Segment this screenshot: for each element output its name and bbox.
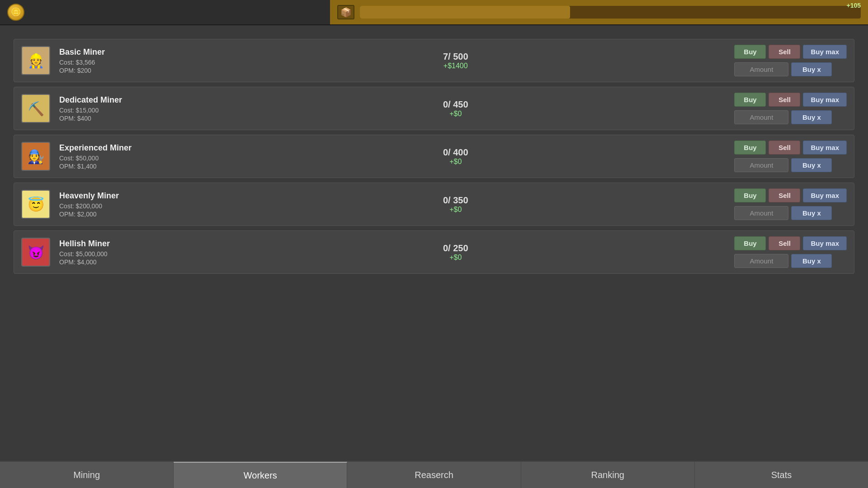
amount-button-hellish-miner[interactable]: Amount (734, 254, 788, 268)
worker-stats-hellish-miner: 0/ 250 +$0 (186, 243, 725, 262)
worker-info-experienced-miner: Experienced Miner Cost: $50,000 OPM: $1,… (59, 143, 186, 170)
top-bar: 🪙 📦 +105 (0, 0, 868, 25)
worker-action-row1-dedicated-miner: Buy Sell Buy max (734, 93, 847, 107)
worker-row-basic-miner: 👷 Basic Miner Cost: $3,566 OPM: $200 7/ … (14, 39, 854, 82)
main-content: 👷 Basic Miner Cost: $3,566 OPM: $200 7/ … (0, 25, 868, 461)
nav-tab-workers[interactable]: Workers (174, 462, 347, 488)
worker-opm-heavenly-miner: OPM: $2,000 (59, 211, 186, 218)
worker-count-hellish-miner: 0/ 250 (186, 243, 725, 253)
worker-income-hellish-miner: +$0 (186, 253, 725, 262)
buy-button-experienced-miner[interactable]: Buy (734, 141, 766, 155)
nav-tab-ranking[interactable]: Ranking (521, 462, 695, 488)
amount-button-heavenly-miner[interactable]: Amount (734, 206, 788, 220)
buy-max-button-hellish-miner[interactable]: Buy max (803, 236, 847, 250)
chest-progress-bar (360, 6, 570, 19)
chest-section: 📦 +105 (330, 0, 868, 24)
worker-cost-heavenly-miner: Cost: $200,000 (59, 202, 186, 210)
worker-action-row1-heavenly-miner: Buy Sell Buy max (734, 188, 847, 202)
buy-x-button-heavenly-miner[interactable]: Buy x (791, 206, 832, 220)
worker-info-dedicated-miner: Dedicated Miner Cost: $15,000 OPM: $400 (59, 95, 186, 122)
sell-button-experienced-miner[interactable]: Sell (769, 141, 800, 155)
buy-x-button-dedicated-miner[interactable]: Buy x (791, 110, 832, 124)
worker-opm-basic-miner: OPM: $200 (59, 67, 186, 74)
worker-income-heavenly-miner: +$0 (186, 206, 725, 214)
worker-action-row1-experienced-miner: Buy Sell Buy max (734, 141, 847, 155)
buy-max-button-heavenly-miner[interactable]: Buy max (803, 188, 847, 202)
worker-count-dedicated-miner: 0/ 450 (186, 99, 725, 110)
worker-row-heavenly-miner: 😇 Heavenly Miner Cost: $200,000 OPM: $2,… (14, 183, 854, 226)
worker-row-hellish-miner: 😈 Hellish Miner Cost: $5,000,000 OPM: $4… (14, 230, 854, 274)
worker-actions-basic-miner: Buy Sell Buy max Amount Buy x (734, 45, 847, 76)
worker-stats-dedicated-miner: 0/ 450 +$0 (186, 99, 725, 118)
worker-action-row2-basic-miner: Amount Buy x (734, 62, 847, 76)
worker-action-row2-hellish-miner: Amount Buy x (734, 254, 847, 268)
worker-actions-heavenly-miner: Buy Sell Buy max Amount Buy x (734, 188, 847, 220)
worker-avatar-hellish-miner: 😈 (21, 238, 50, 267)
buy-button-dedicated-miner[interactable]: Buy (734, 93, 766, 107)
sell-button-hellish-miner[interactable]: Sell (769, 236, 800, 250)
buy-button-basic-miner[interactable]: Buy (734, 45, 766, 59)
buy-max-button-dedicated-miner[interactable]: Buy max (803, 93, 847, 107)
worker-action-row2-dedicated-miner: Amount Buy x (734, 110, 847, 124)
worker-opm-experienced-miner: OPM: $1,400 (59, 163, 186, 170)
worker-stats-experienced-miner: 0/ 400 +$0 (186, 147, 725, 166)
worker-name-hellish-miner: Hellish Miner (59, 239, 186, 249)
bottom-nav: MiningWorkersReaserchRankingStats (0, 461, 868, 488)
worker-action-row1-basic-miner: Buy Sell Buy max (734, 45, 847, 59)
nav-tab-research[interactable]: Reaserch (347, 462, 521, 488)
worker-avatar-heavenly-miner: 😇 (21, 190, 50, 219)
worker-action-row1-hellish-miner: Buy Sell Buy max (734, 236, 847, 250)
buy-max-button-experienced-miner[interactable]: Buy max (803, 141, 847, 155)
sell-button-basic-miner[interactable]: Sell (769, 45, 800, 59)
nav-tab-mining[interactable]: Mining (0, 462, 174, 488)
worker-cost-experienced-miner: Cost: $50,000 (59, 155, 186, 162)
worker-income-basic-miner: +$1400 (186, 62, 725, 70)
worker-opm-dedicated-miner: OPM: $400 (59, 115, 186, 122)
worker-actions-experienced-miner: Buy Sell Buy max Amount Buy x (734, 141, 847, 172)
worker-opm-hellish-miner: OPM: $4,000 (59, 258, 186, 266)
worker-stats-heavenly-miner: 0/ 350 +$0 (186, 195, 725, 214)
nav-tab-stats[interactable]: Stats (695, 462, 868, 488)
worker-info-hellish-miner: Hellish Miner Cost: $5,000,000 OPM: $4,0… (59, 239, 186, 266)
worker-avatar-basic-miner: 👷 (21, 46, 50, 75)
worker-avatar-dedicated-miner: ⛏️ (21, 94, 50, 123)
worker-avatar-experienced-miner: 🧑‍🔧 (21, 142, 50, 171)
sell-button-heavenly-miner[interactable]: Sell (769, 188, 800, 202)
worker-action-row2-experienced-miner: Amount Buy x (734, 158, 847, 172)
worker-action-row2-heavenly-miner: Amount Buy x (734, 206, 847, 220)
chest-progress-container (360, 6, 861, 19)
worker-row-dedicated-miner: ⛏️ Dedicated Miner Cost: $15,000 OPM: $4… (14, 87, 854, 130)
worker-name-experienced-miner: Experienced Miner (59, 143, 186, 153)
worker-cost-dedicated-miner: Cost: $15,000 (59, 107, 186, 114)
worker-count-basic-miner: 7/ 500 (186, 52, 725, 62)
worker-income-experienced-miner: +$0 (186, 158, 725, 166)
worker-count-heavenly-miner: 0/ 350 (186, 195, 725, 206)
buy-x-button-hellish-miner[interactable]: Buy x (791, 254, 832, 268)
chest-icon: 📦 (337, 5, 354, 19)
worker-count-experienced-miner: 0/ 400 (186, 147, 725, 158)
worker-info-heavenly-miner: Heavenly Miner Cost: $200,000 OPM: $2,00… (59, 191, 186, 218)
worker-actions-hellish-miner: Buy Sell Buy max Amount Buy x (734, 236, 847, 268)
worker-row-experienced-miner: 🧑‍🔧 Experienced Miner Cost: $50,000 OPM:… (14, 135, 854, 178)
worker-cost-hellish-miner: Cost: $5,000,000 (59, 250, 186, 258)
sell-button-dedicated-miner[interactable]: Sell (769, 93, 800, 107)
chest-bonus: +105 (846, 2, 861, 9)
amount-button-basic-miner[interactable]: Amount (734, 62, 788, 76)
worker-stats-basic-miner: 7/ 500 +$1400 (186, 52, 725, 70)
currency-section: 🪙 (0, 0, 330, 24)
coin-icon: 🪙 (7, 4, 24, 21)
buy-x-button-basic-miner[interactable]: Buy x (791, 62, 832, 76)
worker-info-basic-miner: Basic Miner Cost: $3,566 OPM: $200 (59, 47, 186, 74)
buy-button-hellish-miner[interactable]: Buy (734, 236, 766, 250)
buy-button-heavenly-miner[interactable]: Buy (734, 188, 766, 202)
amount-button-experienced-miner[interactable]: Amount (734, 158, 788, 172)
worker-name-basic-miner: Basic Miner (59, 47, 186, 57)
worker-name-heavenly-miner: Heavenly Miner (59, 191, 186, 201)
amount-button-dedicated-miner[interactable]: Amount (734, 110, 788, 124)
worker-income-dedicated-miner: +$0 (186, 110, 725, 118)
buy-x-button-experienced-miner[interactable]: Buy x (791, 158, 832, 172)
worker-name-dedicated-miner: Dedicated Miner (59, 95, 186, 105)
buy-max-button-basic-miner[interactable]: Buy max (803, 45, 847, 59)
worker-cost-basic-miner: Cost: $3,566 (59, 59, 186, 66)
worker-actions-dedicated-miner: Buy Sell Buy max Amount Buy x (734, 93, 847, 124)
